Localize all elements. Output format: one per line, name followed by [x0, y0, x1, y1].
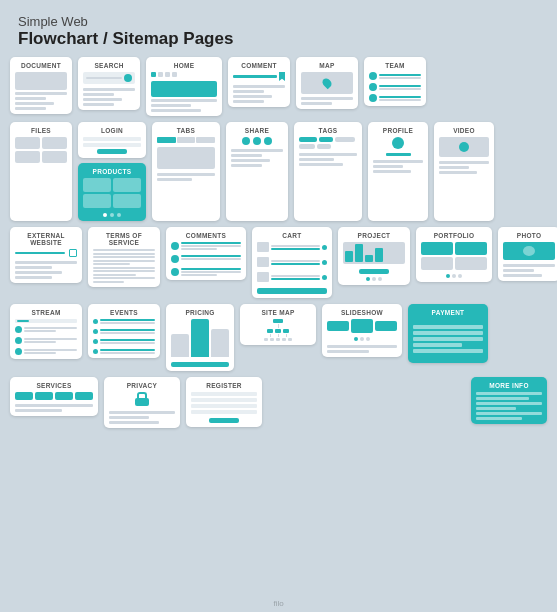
tags-card[interactable]: TAGS: [294, 122, 362, 221]
document-card[interactable]: DOCUMENT: [10, 57, 72, 114]
grid-container: DOCUMENT SEARCH: [0, 57, 557, 436]
privacy-card[interactable]: PRIVACY: [104, 377, 180, 428]
photo-card[interactable]: PHOTO: [498, 227, 557, 281]
profile-card[interactable]: PROFILE: [368, 122, 428, 221]
slideshow-card[interactable]: SLIDESHOW: [322, 304, 402, 357]
title-area: Simple Web Flowchart / Sitemap Pages: [0, 0, 557, 57]
row-2: FILES LOGIN: [10, 122, 547, 221]
row-1: DOCUMENT SEARCH: [10, 57, 547, 116]
share-card[interactable]: SHARE: [226, 122, 288, 221]
watermark: filo: [273, 599, 283, 608]
video-card[interactable]: VIDEO: [434, 122, 494, 221]
external-website-card[interactable]: EXTERNAL WEBSITE: [10, 227, 82, 283]
home-card[interactable]: HOME: [146, 57, 222, 116]
portfolio-card[interactable]: PORTFOLIO: [416, 227, 492, 282]
row-5: SERVICES PRIVACY: [10, 377, 547, 428]
files-card[interactable]: FILES: [10, 122, 72, 221]
project-card[interactable]: PROJECT: [338, 227, 410, 285]
tos-card[interactable]: TERMS OF SERVICE: [88, 227, 160, 287]
title-line2: Flowchart / Sitemap Pages: [18, 29, 539, 49]
login-products-col: LOGIN PRODUCTS: [78, 122, 146, 221]
map-card[interactable]: MAP: [296, 57, 358, 109]
login-card[interactable]: LOGIN: [78, 122, 146, 158]
comment-card[interactable]: COMMENT: [228, 57, 290, 107]
pricing-card[interactable]: PRICING: [166, 304, 234, 371]
team-card[interactable]: TEAM: [364, 57, 426, 106]
more-info-card[interactable]: MORE INFO: [471, 377, 547, 424]
services-card[interactable]: SERVICES: [10, 377, 98, 416]
register-card[interactable]: REGISTER: [186, 377, 262, 427]
comments-card[interactable]: COMMENTS: [166, 227, 246, 280]
payment-card[interactable]: PAYMENT: [408, 304, 488, 363]
events-card[interactable]: EVENTS: [88, 304, 160, 358]
search-card[interactable]: SEARCH: [78, 57, 140, 110]
tabs-card[interactable]: TABS: [152, 122, 220, 221]
row-4: STREAM: [10, 304, 547, 371]
sitemap-card[interactable]: SITE MAP: [240, 304, 316, 345]
row-3: EXTERNAL WEBSITE TERMS OF SERVICE: [10, 227, 547, 298]
title-line1: Simple Web: [18, 14, 539, 29]
stream-card[interactable]: STREAM: [10, 304, 82, 359]
products-card[interactable]: PRODUCTS: [78, 163, 146, 221]
cart-card[interactable]: CART: [252, 227, 332, 298]
